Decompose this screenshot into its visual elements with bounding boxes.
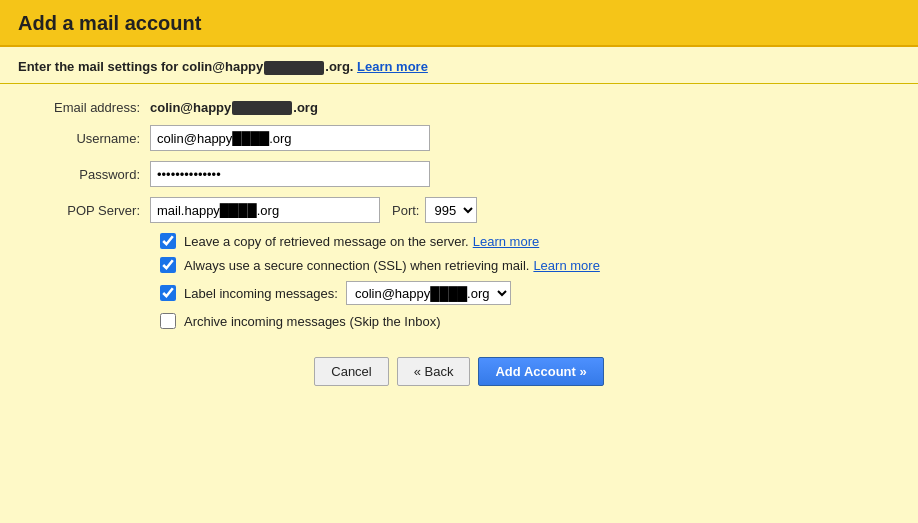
dialog-title: Add a mail account xyxy=(18,12,900,35)
pop-server-label: POP Server: xyxy=(30,203,150,218)
password-input[interactable] xyxy=(150,161,430,187)
checkbox-archive[interactable] xyxy=(160,313,176,329)
email-label: Email address: xyxy=(30,100,150,115)
email-value: colin@happy .org xyxy=(150,100,318,116)
checkbox-leave-copy-learn-more[interactable]: Learn more xyxy=(473,234,539,249)
checkbox-label-incoming[interactable] xyxy=(160,285,176,301)
checkbox-options: Leave a copy of retrieved message on the… xyxy=(160,233,888,329)
subheader-learn-more-link[interactable]: Learn more xyxy=(357,59,428,74)
form-area: Email address: colin@happy .org Username… xyxy=(0,84,918,403)
checkbox-archive-label: Archive incoming messages (Skip the Inbo… xyxy=(184,314,441,329)
checkbox-leave-copy-label: Leave a copy of retrieved message on the… xyxy=(184,234,469,249)
username-input[interactable] xyxy=(150,125,430,151)
dialog-header: Add a mail account xyxy=(0,0,918,47)
checkbox-row-4: Archive incoming messages (Skip the Inbo… xyxy=(160,313,888,329)
redacted-domain-sub xyxy=(264,61,324,75)
redacted-email xyxy=(232,101,292,115)
password-row: Password: xyxy=(30,161,888,187)
label-incoming-select[interactable]: colin@happy████.org xyxy=(346,281,511,305)
checkbox-ssl-learn-more[interactable]: Learn more xyxy=(533,258,599,273)
username-row: Username: (function(){ var d = JSON.pars… xyxy=(30,125,888,151)
port-label: Port: xyxy=(392,203,419,218)
subheader-text: Enter the mail settings for colin@happy … xyxy=(18,59,357,74)
subheader-row: Enter the mail settings for colin@happy … xyxy=(0,47,918,84)
password-label: Password: xyxy=(30,167,150,182)
pop-server-input[interactable] xyxy=(150,197,380,223)
checkbox-leave-copy[interactable] xyxy=(160,233,176,249)
checkbox-label-incoming-label: Label incoming messages: xyxy=(184,286,338,301)
checkbox-row-3: Label incoming messages: colin@happy████… xyxy=(160,281,888,305)
checkbox-row-1: Leave a copy of retrieved message on the… xyxy=(160,233,888,249)
add-account-button[interactable]: Add Account » xyxy=(478,357,603,386)
back-button[interactable]: « Back xyxy=(397,357,471,386)
email-row: Email address: colin@happy .org xyxy=(30,100,888,116)
buttons-row: Cancel « Back Add Account » xyxy=(30,357,888,386)
pop-server-row: POP Server: Port: 995 110 (function(){ v… xyxy=(30,197,888,223)
username-label: Username: xyxy=(30,131,150,146)
cancel-button[interactable]: Cancel xyxy=(314,357,388,386)
port-select[interactable]: 995 110 xyxy=(425,197,477,223)
checkbox-row-2: Always use a secure connection (SSL) whe… xyxy=(160,257,888,273)
checkbox-ssl[interactable] xyxy=(160,257,176,273)
checkbox-ssl-label: Always use a secure connection (SSL) whe… xyxy=(184,258,529,273)
